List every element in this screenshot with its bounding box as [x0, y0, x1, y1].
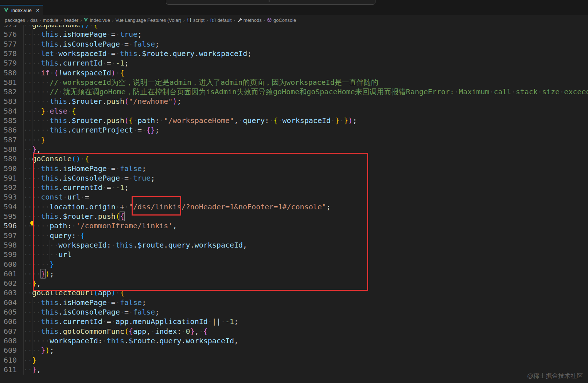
line-number[interactable]: 582 — [0, 87, 17, 96]
code-line[interactable]: 602··}, — [0, 279, 588, 288]
line-number[interactable]: 578 — [0, 49, 17, 58]
line-number[interactable]: 609 — [0, 346, 17, 355]
code-line[interactable]: 607····this.gotoCommonFunc({app,·index:·… — [0, 327, 588, 336]
code-line[interactable]: 587····} — [0, 135, 588, 145]
code-line[interactable]: 584····}·else·{ — [0, 106, 588, 116]
code-token: query — [243, 116, 265, 125]
code-token: · — [120, 40, 124, 48]
code-line[interactable]: 606····this.currentId·=·app.menuApplicat… — [0, 317, 588, 327]
line-number[interactable]: 591 — [0, 173, 17, 183]
code-line[interactable]: 608······workspaceId:·this.$route.query.… — [0, 336, 588, 346]
code-token: -1 — [225, 317, 234, 326]
line-number[interactable]: 597 — [0, 231, 17, 240]
code-line[interactable]: 589··goConsole()·{ — [0, 154, 588, 164]
code-token: ( — [124, 327, 129, 336]
code-line[interactable]: 611··}, — [0, 365, 588, 375]
line-number[interactable]: 584 — [0, 106, 17, 116]
code-line[interactable]: 597······query:·{ — [0, 231, 588, 241]
line-number[interactable]: 603 — [0, 288, 17, 297]
quick-input-widget[interactable] — [166, 0, 375, 5]
lightbulb-icon[interactable] — [29, 221, 35, 227]
code-line[interactable]: 604····this.isHomePage·=·false; — [0, 298, 588, 308]
code-line[interactable]: 600······} — [0, 260, 588, 269]
line-number[interactable]: 606 — [0, 317, 17, 326]
line-number[interactable]: 604 — [0, 298, 17, 307]
line-number[interactable]: 594 — [0, 202, 17, 212]
code-line[interactable]: 583······this.$router.push("/newhome"); — [0, 96, 588, 106]
code-line[interactable]: 581······//·workspaceId为空，说明一定是admin，进入了… — [0, 78, 588, 87]
line-number[interactable]: 580 — [0, 68, 17, 78]
code-line[interactable]: 594······location.origin·+·"/dss/linkis/… — [0, 202, 588, 212]
code-token: app — [133, 327, 146, 336]
code-token: workspaceId — [58, 49, 106, 58]
code-line[interactable]: 582······//·就无须在调goHome，防止在控制台页面因为isAdmi… — [0, 87, 588, 97]
breadcrumb-item-script[interactable]: {}script — [187, 17, 205, 23]
code-line[interactable]: 593····const·url·= — [0, 192, 588, 202]
line-number[interactable]: 611 — [0, 365, 17, 374]
code-line[interactable]: 577····this.isConsolePage·=·false; — [0, 39, 588, 49]
line-number[interactable]: 587 — [0, 135, 17, 145]
line-number[interactable]: 586 — [0, 125, 17, 135]
code-line[interactable]: 591····this.isConsolePage·=·true; — [0, 173, 588, 183]
line-number[interactable]: 598 — [0, 240, 17, 250]
breadcrumb-separator: › — [262, 17, 267, 23]
code-token: ···· — [23, 49, 41, 58]
code-line[interactable]: 598········workspaceId:·this.$route.quer… — [0, 240, 588, 250]
line-number[interactable]: 596 — [0, 221, 17, 230]
code-line[interactable]: 599········url — [0, 250, 588, 260]
code-line[interactable]: 603··goCollectedUrl(app)·{ — [0, 288, 588, 298]
line-number[interactable]: 579 — [0, 58, 17, 68]
breadcrumb-item-dss[interactable]: dss — [30, 17, 38, 23]
line-number[interactable]: 595 — [0, 212, 17, 221]
line-number[interactable]: 610 — [0, 355, 17, 365]
line-number[interactable]: 593 — [0, 192, 17, 202]
line-number[interactable]: 601 — [0, 269, 17, 279]
code-token: = — [111, 30, 116, 39]
breadcrumb-item-module[interactable]: module — [43, 17, 59, 23]
code-line[interactable]: 609····}); — [0, 346, 588, 355]
code-token: · — [107, 30, 111, 39]
line-number[interactable]: 602 — [0, 279, 17, 288]
code-line[interactable]: 595····this.$router.push({ — [0, 212, 588, 221]
breadcrumb-item-header[interactable]: header — [64, 17, 78, 23]
line-number[interactable]: 600 — [0, 260, 17, 269]
code-token: = — [137, 126, 142, 134]
code-token: · — [116, 30, 120, 39]
line-number[interactable]: 585 — [0, 116, 17, 125]
breadcrumb-item-index-vue[interactable]: index.vue — [83, 17, 110, 23]
line-number[interactable]: 576 — [0, 29, 17, 39]
line-number[interactable]: 599 — [0, 250, 17, 259]
line-number[interactable]: 581 — [0, 78, 17, 87]
code-line[interactable]: 586······this.currentProject·=·{}; — [0, 125, 588, 135]
code-token: isHomePage — [63, 164, 106, 173]
line-number[interactable]: 608 — [0, 336, 17, 346]
tab-index-vue[interactable]: index.vue × — [0, 5, 43, 15]
code-line[interactable]: 601····}); — [0, 269, 588, 279]
code-line[interactable]: 576····this.isHomePage·=·true; — [0, 29, 588, 39]
code-line[interactable]: 610··} — [0, 355, 588, 365]
line-number[interactable]: 589 — [0, 154, 17, 163]
line-number[interactable]: 590 — [0, 164, 17, 173]
line-number[interactable]: 607 — [0, 327, 17, 336]
code-line[interactable]: 605····this.isConsolePage·=·false; — [0, 307, 588, 317]
breadcrumb-item-vue-language-features-volar-[interactable]: Vue Language Features (Volar) — [115, 17, 181, 23]
line-number[interactable]: 583 — [0, 96, 17, 106]
code-line[interactable]: 592····this.currentId·=·-1; — [0, 183, 588, 193]
code-line[interactable]: 588··}, — [0, 145, 588, 154]
code-line[interactable]: 578····let·workspaceId·=·this.$route.que… — [0, 49, 588, 59]
breadcrumb-item-goconsole[interactable]: goConsole — [267, 17, 296, 23]
tab-close-icon[interactable]: × — [36, 8, 39, 13]
breadcrumb-item-default[interactable]: [@]default — [210, 17, 232, 23]
line-number[interactable]: 592 — [0, 183, 17, 192]
breadcrumb-item-methods[interactable]: methods — [237, 17, 262, 23]
code-line[interactable]: 590····this.isHomePage·=·false; — [0, 164, 588, 174]
code-line[interactable]: 580····if·(!workspaceId)·{ — [0, 68, 588, 78]
code-line[interactable]: 596······path:·'/commonIframe/linkis', — [0, 221, 588, 231]
code-line[interactable]: 585······this.$router.push({·path:·"/wor… — [0, 116, 588, 126]
line-number[interactable]: 577 — [0, 39, 17, 49]
breadcrumb-item-packages[interactable]: packages — [5, 17, 25, 23]
code-token: = — [124, 308, 129, 316]
code-line[interactable]: 579····this.currentId·=·-1; — [0, 58, 588, 68]
line-number[interactable]: 605 — [0, 307, 17, 317]
line-number[interactable]: 588 — [0, 145, 17, 154]
